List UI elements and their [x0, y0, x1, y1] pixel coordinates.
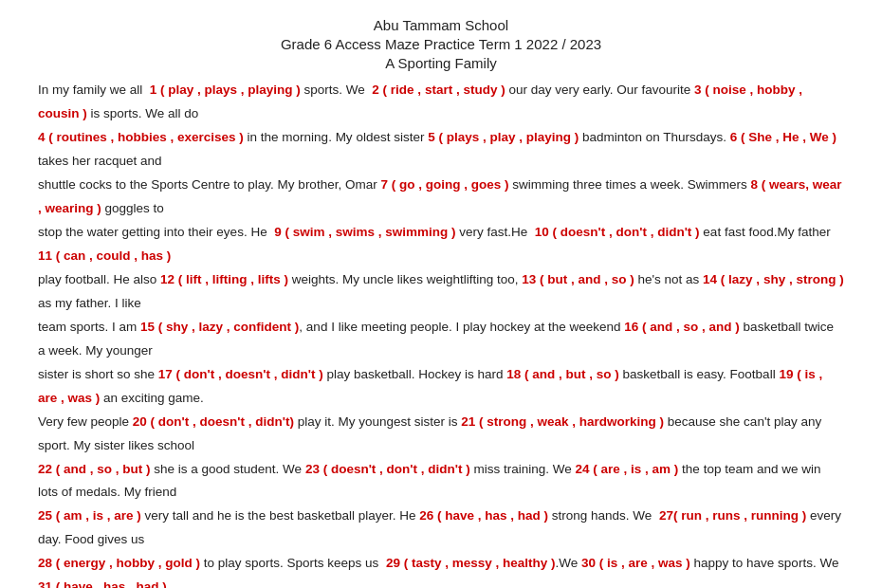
choice-5: 5 ( plays , play , playing ) — [428, 130, 579, 144]
choice-28: 28 ( energy , hobby , gold ) — [38, 556, 200, 570]
passage-text: In my family we all 1 ( play , plays , p… — [38, 79, 844, 588]
page-header: Abu Tammam School Grade 6 Access Maze Pr… — [38, 17, 844, 71]
choice-23: 23 ( doesn't , don't , didn't ) — [305, 462, 470, 476]
choice-24: 24 ( are , is , am ) — [576, 462, 679, 476]
choice-17: 17 ( don't , doesn't , didn't ) — [158, 367, 323, 381]
choice-29: 29 ( tasty , messy , healthy ) — [386, 556, 556, 570]
paragraph-9: 22 ( and , so , but ) she is a good stud… — [38, 458, 844, 505]
choice-18: 18 ( and , but , so ) — [506, 367, 619, 381]
paragraph-7: sister is short so she 17 ( don't , does… — [38, 363, 844, 411]
choice-1: 1 ( play , plays , playing ) — [150, 83, 301, 97]
choice-13: 13 ( but , and , so ) — [522, 272, 634, 286]
paragraph-8: Very few people 20 ( don't , doesn't , d… — [38, 411, 844, 458]
comma-text: , — [299, 320, 303, 334]
choice-27: 27( run , runs , running ) — [659, 508, 806, 523]
choice-16: 16 ( and , so , and ) — [624, 320, 740, 334]
paragraph-2: 4 ( routines , hobbies , exercises ) in … — [38, 126, 844, 174]
choice-11: 11 ( can , could , has ) — [38, 248, 171, 263]
choice-15: 15 ( shy , lazy , confident ) — [140, 320, 299, 334]
choice-14: 14 ( lazy , shy , strong ) — [703, 272, 844, 286]
school-name: Abu Tammam School — [38, 17, 844, 33]
paragraph-4: stop the water getting into their eyes. … — [38, 221, 844, 268]
choice-6: 6 ( She , He , We ) — [730, 130, 836, 144]
paragraph-10: 25 ( am , is , are ) very tall and he is… — [38, 505, 844, 552]
choice-26: 26 ( have , has , had ) — [419, 508, 548, 523]
choice-9: 9 ( swim , swims , swimming ) — [274, 225, 455, 239]
choice-31: 31 ( have , has , had ) — [38, 579, 167, 588]
choice-30: 30 ( is , are , was ) — [581, 556, 690, 570]
story-title: A Sporting Family — [38, 55, 844, 71]
paragraph-6: team sports. I am 15 ( shy , lazy , conf… — [38, 316, 844, 363]
paragraph-3: shuttle cocks to the Sports Centre to pl… — [38, 174, 844, 221]
paragraph-11: 28 ( energy , hobby , gold ) to play spo… — [38, 552, 844, 588]
choice-25: 25 ( am , is , are ) — [38, 508, 141, 523]
paragraph-1: In my family we all 1 ( play , plays , p… — [38, 79, 844, 126]
paragraph-5: play football. He also 12 ( lift , lifti… — [38, 268, 844, 316]
grade-info: Grade 6 Access Maze Practice Term 1 2022… — [38, 36, 844, 52]
choice-12: 12 ( lift , lifting , lifts ) — [160, 272, 288, 286]
choice-20: 20 ( don't , doesn't , didn't) — [133, 414, 294, 429]
choice-7: 7 ( go , going , goes ) — [380, 177, 508, 192]
choice-4: 4 ( routines , hobbies , exercises ) — [38, 130, 244, 144]
choice-22: 22 ( and , so , but ) — [38, 462, 151, 476]
choice-2: 2 ( ride , start , study ) — [372, 83, 505, 97]
choice-21: 21 ( strong , weak , hardworking ) — [461, 414, 664, 429]
choice-10: 10 ( doesn't , don't , didn't ) — [535, 225, 700, 239]
choice-19: 19 ( is , are , was ) — [38, 367, 822, 405]
